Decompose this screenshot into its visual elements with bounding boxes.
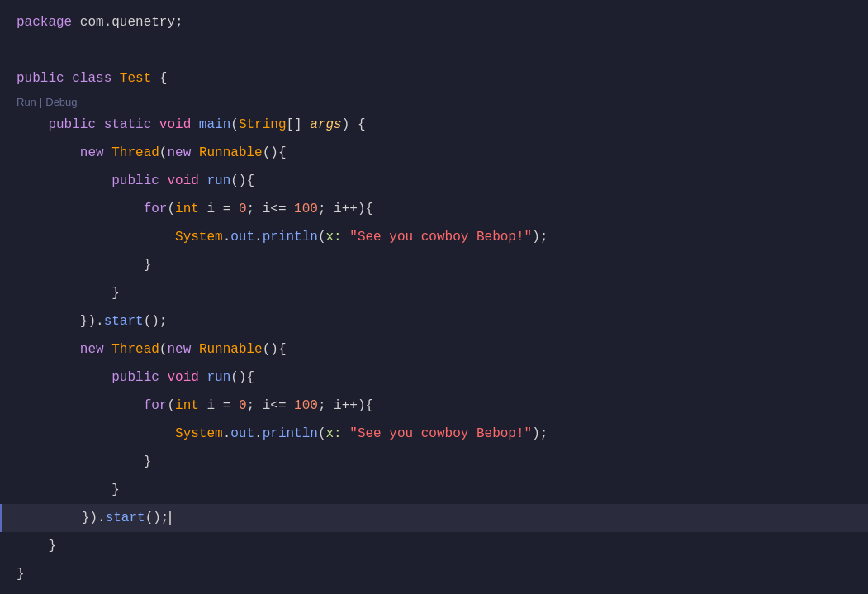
code-line-run-debug: Run|Debug (0, 93, 868, 111)
run-debug-bar[interactable]: Run|Debug (0, 93, 78, 111)
debug-label[interactable]: Debug (45, 96, 77, 108)
code-line-1: package com.quenetry; (0, 8, 868, 36)
code-line-7: public void run(){ (0, 167, 868, 195)
code-editor: package com.quenetry; public class Test … (0, 0, 868, 594)
line-1-content: package com.quenetry; (0, 8, 183, 36)
code-line-16: System.out.println(x: "See you cowboy Be… (0, 420, 868, 448)
code-line-9: System.out.println(x: "See you cowboy Be… (0, 223, 868, 251)
code-line-21: } (0, 560, 868, 588)
code-line-20: } (0, 532, 868, 560)
code-line-17: } (0, 448, 868, 476)
code-line-2 (0, 36, 868, 64)
code-line-8: for(int i = 0; i<= 100; i++){ (0, 195, 868, 223)
code-line-11: } (0, 279, 868, 307)
code-line-18: } (0, 476, 868, 504)
code-line-3: public class Test { (0, 64, 868, 93)
code-line-13: new Thread(new Runnable(){ (0, 335, 868, 364)
code-line-15: for(int i = 0; i<= 100; i++){ (0, 392, 868, 420)
code-line-6: new Thread(new Runnable(){ (0, 139, 868, 167)
code-line-14: public void run(){ (0, 364, 868, 392)
text-cursor (169, 511, 171, 525)
code-line-5: public static void main(String[] args) { (0, 111, 868, 139)
code-line-12: }).start(); (0, 307, 868, 335)
run-label[interactable]: Run (17, 96, 36, 108)
code-line-19: }).start(); (0, 504, 868, 532)
code-line-10: } (0, 251, 868, 279)
